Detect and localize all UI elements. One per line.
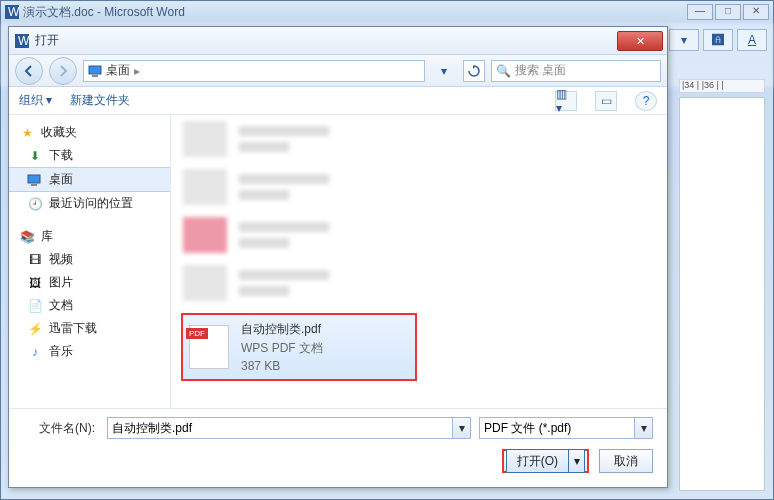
dialog-bottom: 文件名(N): 自动控制类.pdf ▾ PDF 文件 (*.pdf) ▾ 打开(… — [9, 408, 667, 487]
dialog-close-button[interactable]: ✕ — [617, 31, 663, 51]
svg-text:W: W — [8, 5, 19, 19]
svg-rect-5 — [92, 75, 98, 77]
svg-rect-4 — [89, 66, 101, 74]
chevron-down-icon[interactable]: ▾ — [452, 418, 470, 438]
word-titlebar: W 演示文档.doc - Microsoft Word — □ ✕ — [1, 1, 773, 23]
word-ruler: |34 | |36 | | — [679, 79, 765, 93]
documents-icon: 📄 — [27, 299, 43, 313]
recent-icon: 🕘 — [27, 197, 43, 211]
chevron-down-icon[interactable]: ▾ — [669, 29, 699, 51]
close-button[interactable]: ✕ — [743, 4, 769, 20]
help-button[interactable]: ? — [635, 91, 657, 111]
file-type-filter[interactable]: PDF 文件 (*.pdf) ▾ — [479, 417, 653, 439]
list-item[interactable] — [171, 163, 667, 211]
sidebar-item-documents[interactable]: 📄 文档 — [9, 294, 170, 317]
sidebar-item-desktop[interactable]: 桌面 — [9, 167, 170, 192]
search-input[interactable]: 🔍 搜索 桌面 — [491, 60, 661, 82]
minimize-button[interactable]: — — [687, 4, 713, 20]
pictures-icon: 🖼 — [27, 276, 43, 290]
sidebar-item-pictures[interactable]: 🖼 图片 — [9, 271, 170, 294]
maximize-button[interactable]: □ — [715, 4, 741, 20]
svg-rect-7 — [31, 184, 37, 186]
address-dropdown[interactable]: ▾ — [431, 59, 457, 83]
desktop-icon — [88, 65, 102, 77]
dialog-navbar: 桌面 ▸ ▾ 🔍 搜索 桌面 — [9, 55, 667, 87]
sidebar-item-thunder[interactable]: ⚡ 迅雷下载 — [9, 317, 170, 340]
chevron-down-icon[interactable]: ▾ — [634, 418, 652, 438]
refresh-button[interactable] — [463, 60, 485, 82]
filename-value: 自动控制类.pdf — [112, 420, 192, 437]
search-placeholder: 搜索 桌面 — [515, 62, 566, 79]
nav-forward-button[interactable] — [49, 57, 77, 85]
dialog-toolbar: 组织 ▾ 新建文件夹 ▥ ▾ ▭ ? — [9, 87, 667, 115]
sidebar-item-recent[interactable]: 🕘 最近访问的位置 — [9, 192, 170, 215]
dialog-body: ★ 收藏夹 ⬇ 下载 桌面 🕘 最近访问的位置 — [9, 115, 667, 408]
open-button[interactable]: 打开(O) — [506, 449, 569, 473]
libraries-icon: 📚 — [19, 230, 35, 244]
view-options-button[interactable]: ▥ ▾ — [555, 91, 577, 111]
open-button-dropdown[interactable]: ▾ — [569, 449, 585, 473]
address-bar[interactable]: 桌面 ▸ — [83, 60, 425, 82]
sidebar-libraries: 📚 库 🎞 视频 🖼 图片 📄 文档 ⚡ 迅雷下载 — [9, 225, 170, 363]
music-icon: ♪ — [27, 345, 43, 359]
file-name: 自动控制类.pdf — [241, 321, 323, 338]
breadcrumb-root[interactable]: 桌面 — [106, 62, 130, 79]
file-size: 387 KB — [241, 359, 323, 373]
filename-label: 文件名(N): — [23, 420, 99, 437]
svg-text:W: W — [18, 34, 29, 48]
dialog-title: 打开 — [35, 32, 617, 49]
sidebar-header-favorites[interactable]: ★ 收藏夹 — [9, 121, 170, 144]
font-color-button[interactable]: A — [737, 29, 767, 51]
file-list[interactable]: 自动控制类.pdf WPS PDF 文档 387 KB — [171, 115, 667, 408]
filter-value: PDF 文件 (*.pdf) — [484, 420, 571, 437]
video-icon: 🎞 — [27, 253, 43, 267]
download-icon: ⬇ — [27, 149, 43, 163]
file-type: WPS PDF 文档 — [241, 340, 323, 357]
dialog-titlebar: W 打开 ✕ — [9, 27, 667, 55]
nav-back-button[interactable] — [15, 57, 43, 85]
new-folder-button[interactable]: 新建文件夹 — [70, 92, 130, 109]
filename-input[interactable]: 自动控制类.pdf ▾ — [107, 417, 471, 439]
preview-pane-button[interactable]: ▭ — [595, 91, 617, 111]
sidebar-item-videos[interactable]: 🎞 视频 — [9, 248, 170, 271]
cancel-button[interactable]: 取消 — [599, 449, 653, 473]
pdf-icon — [189, 325, 229, 369]
organize-menu[interactable]: 组织 ▾ — [19, 92, 52, 109]
desktop-icon — [27, 174, 43, 186]
list-item[interactable] — [171, 211, 667, 259]
thunder-icon: ⚡ — [27, 322, 43, 336]
svg-rect-6 — [28, 175, 40, 183]
open-dialog: W 打开 ✕ 桌面 ▸ ▾ 🔍 搜索 桌面 组织 ▾ 新建文件夹 — [8, 26, 668, 488]
sidebar-item-music[interactable]: ♪ 音乐 — [9, 340, 170, 363]
star-icon: ★ — [19, 126, 35, 140]
search-icon: 🔍 — [496, 64, 511, 78]
word-doc-icon: W — [15, 34, 29, 48]
file-meta: 自动控制类.pdf WPS PDF 文档 387 KB — [241, 321, 323, 373]
list-item[interactable] — [171, 115, 667, 163]
word-page — [679, 97, 765, 491]
list-item[interactable] — [171, 259, 667, 307]
open-button-highlight: 打开(O) ▾ — [502, 449, 589, 473]
word-window-controls: — □ ✕ — [687, 4, 769, 20]
change-styles-button[interactable]: 🅰 — [703, 29, 733, 51]
sidebar-item-downloads[interactable]: ⬇ 下载 — [9, 144, 170, 167]
word-app-icon: W — [5, 5, 19, 19]
sidebar-favorites: ★ 收藏夹 ⬇ 下载 桌面 🕘 最近访问的位置 — [9, 121, 170, 215]
sidebar: ★ 收藏夹 ⬇ 下载 桌面 🕘 最近访问的位置 — [9, 115, 171, 408]
file-item-selected[interactable]: 自动控制类.pdf WPS PDF 文档 387 KB — [181, 313, 417, 381]
word-title: 演示文档.doc - Microsoft Word — [23, 4, 687, 21]
breadcrumb-sep: ▸ — [134, 64, 140, 78]
sidebar-header-libraries[interactable]: 📚 库 — [9, 225, 170, 248]
